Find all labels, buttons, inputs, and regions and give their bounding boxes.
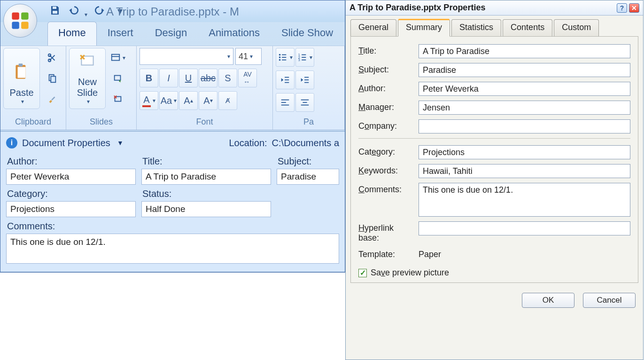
comments-field[interactable] [6,234,339,264]
svg-rect-0 [12,12,19,19]
dlg-manager-field[interactable] [419,101,630,115]
paste-button[interactable]: Paste ▾ [3,48,40,109]
font-color-button[interactable]: A▾ [140,91,158,110]
chevron-down-icon[interactable]: ▾ [85,11,87,18]
dialog-title-bar: A Trip to Paradise.pptx Properties ? ✕ [346,0,643,16]
chevron-down-icon: ▾ [250,53,253,60]
save-icon[interactable] [49,5,61,18]
tab-summary[interactable]: Summary [398,19,450,37]
checkbox-icon: ✓ [358,269,367,277]
close-button[interactable]: ✕ [629,3,639,13]
underline-button[interactable]: U [179,69,198,87]
subject-field[interactable] [277,169,339,185]
svg-rect-2 [12,22,19,29]
tab-animations[interactable]: Animations [198,22,271,46]
dlg-author-label: Author: [358,82,411,94]
paste-label: Paste [9,87,33,98]
chevron-down-icon: ▾ [290,54,293,61]
chevron-down-icon[interactable]: ▾ [21,98,24,105]
align-center-button[interactable] [295,93,314,112]
layout-button[interactable]: ▾ [109,48,127,67]
tab-contents[interactable]: Contents [503,19,552,37]
status-field[interactable] [141,201,271,217]
font-name-combo[interactable]: ▾ [140,48,233,65]
increase-font-button[interactable]: A▴ [179,91,198,110]
align-left-button[interactable] [276,93,295,112]
document-properties-panel: i Document Properties ▼ Location: C:\Doc… [0,131,345,272]
dlg-comments-field[interactable] [419,183,630,217]
svg-rect-1 [21,12,28,19]
dlg-company-label: Company: [358,119,411,131]
svg-rect-4 [53,7,56,9]
delete-slide-button[interactable] [109,90,127,109]
change-case-button[interactable]: Aa▾ [159,91,178,110]
chevron-down-icon[interactable]: ▾ [87,98,90,105]
italic-button[interactable]: I [159,69,178,87]
format-painter-button[interactable] [43,90,62,109]
font-size-combo[interactable]: 41▾ [235,48,262,65]
undo-icon[interactable]: ▾ [67,4,87,18]
bold-button[interactable]: B [140,69,158,87]
decrease-font-button[interactable]: A▾ [199,91,217,110]
clear-formatting-button[interactable]: A̸ [218,91,237,110]
dlg-category-label: Category: [358,145,411,157]
shadow-button[interactable]: S [218,69,237,87]
chevron-down-icon[interactable]: ▼ [117,139,124,147]
tab-home[interactable]: Home [47,22,97,46]
cancel-button[interactable]: Cancel [583,293,636,308]
svg-rect-14 [112,55,120,61]
dlg-subject-label: Subject: [358,63,411,75]
dlg-category-field[interactable] [419,145,630,159]
chevron-down-icon: ▾ [174,97,177,104]
numbering-button[interactable]: 123▾ [295,48,314,67]
strike-button[interactable]: abc [199,69,217,87]
tab-statistics[interactable]: Statistics [451,19,501,37]
align-left-icon [280,97,290,108]
svg-rect-12 [51,76,55,82]
dlg-author-field[interactable] [419,82,630,96]
tab-slide-show[interactable]: Slide Show [271,22,344,46]
increase-indent-button[interactable] [295,70,314,89]
dlg-hyperlink-field[interactable] [419,221,630,235]
comments-label: Comments: [6,219,339,234]
new-slide-button[interactable]: New Slide ▾ [69,48,106,109]
tab-custom[interactable]: Custom [554,19,599,37]
svg-rect-8 [19,63,23,66]
redo-icon[interactable] [94,4,106,18]
tab-general[interactable]: General [350,19,396,37]
save-preview-checkbox[interactable]: ✓ Save preview picture [358,268,630,278]
title-field[interactable] [141,169,271,185]
decrease-indent-button[interactable] [276,70,295,89]
group-label-paragraph: Pa [276,115,341,129]
character-spacing-button[interactable]: AV↔ [238,69,257,87]
help-button[interactable]: ? [617,3,627,13]
qat-customize-icon[interactable]: ▾ [117,6,123,16]
svg-rect-16 [115,76,121,80]
dlg-subject-field[interactable] [419,63,630,77]
svg-point-20 [279,56,281,58]
copy-button[interactable] [43,69,62,88]
dlg-title-field[interactable] [419,44,630,58]
office-logo-icon [10,10,31,31]
outdent-icon [280,75,290,85]
dialog-title: A Trip to Paradise.pptx Properties [349,3,485,13]
brush-icon [47,94,57,104]
copy-icon [47,73,57,84]
office-button[interactable] [3,4,37,38]
dlg-keywords-field[interactable] [419,164,630,178]
category-field[interactable] [6,201,136,217]
tab-insert[interactable]: Insert [97,22,144,46]
location-value: C:\Documents a [272,138,339,149]
dlg-manager-label: Manager: [358,101,411,112]
dlg-company-field[interactable] [419,119,630,133]
reset-button[interactable] [109,69,127,88]
bullets-button[interactable]: ▾ [276,48,295,67]
ok-button[interactable]: OK [522,293,574,308]
author-field[interactable] [6,169,136,185]
tab-design[interactable]: Design [144,22,198,46]
powerpoint-window: ▾ ▾ A Trip to Paradise.pptx - M Home Ins… [0,0,345,273]
dlg-title-label: Title: [358,44,411,56]
title-bar: ▾ ▾ A Trip to Paradise.pptx - M [0,0,345,22]
chevron-down-icon: ▾ [227,53,230,60]
cut-button[interactable] [43,48,62,67]
